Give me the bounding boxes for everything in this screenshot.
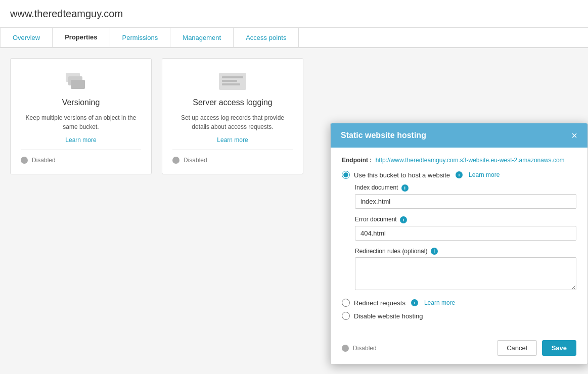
modal-footer: Disabled Cancel Save: [331, 334, 587, 364]
redirect-learn-more[interactable]: Learn more: [424, 299, 455, 306]
endpoint-url[interactable]: http://www.theredteamguy.com.s3-website.…: [376, 157, 565, 164]
tab-access-points[interactable]: Access points: [234, 28, 299, 47]
top-bar: www.theredteamguy.com: [0, 0, 588, 28]
logging-status-dot: [172, 157, 179, 164]
modal-status-label: Disabled: [353, 345, 377, 352]
radio-redirect-requests[interactable]: Redirect requests i Learn more: [342, 299, 576, 307]
redirection-rules-group: Redirection rules (optional) i: [342, 248, 576, 292]
error-document-group: Error document i: [342, 216, 576, 241]
svg-rect-5: [222, 80, 237, 82]
index-document-label: Index document i: [355, 184, 576, 192]
footer-buttons: Cancel Save: [497, 340, 576, 356]
cancel-button[interactable]: Cancel: [497, 340, 536, 356]
logging-description: Set up access log records that provide d…: [172, 113, 293, 131]
logging-icon: [212, 69, 253, 94]
index-document-input[interactable]: [355, 194, 576, 209]
index-document-group: Index document i: [342, 184, 576, 209]
versioning-icon: [61, 69, 101, 94]
save-button[interactable]: Save: [542, 340, 576, 356]
tab-properties[interactable]: Properties: [53, 28, 110, 47]
endpoint-row: Endpoint : http://www.theredteamguy.com.…: [342, 157, 576, 164]
radio-use-bucket-label: Use this bucket to host a website: [354, 171, 450, 179]
tab-management[interactable]: Management: [170, 28, 234, 47]
radio-use-bucket-input[interactable]: [342, 171, 350, 179]
redirect-info-icon[interactable]: i: [411, 299, 418, 306]
versioning-card: Versioning Keep multiple versions of an …: [10, 58, 152, 174]
static-website-hosting-modal: Static website hosting × Endpoint : http…: [330, 123, 588, 364]
error-document-label: Error document i: [355, 216, 576, 223]
redirection-rules-label: Redirection rules (optional) i: [355, 248, 576, 255]
radio-disable-label: Disable website hosting: [354, 312, 423, 320]
error-doc-info-icon[interactable]: i: [400, 216, 407, 223]
radio-redirect-label: Redirect requests: [354, 299, 405, 307]
redirection-rules-textarea[interactable]: [355, 257, 576, 290]
footer-status: Disabled: [342, 345, 377, 352]
versioning-title: Versioning: [62, 98, 100, 107]
endpoint-label: Endpoint :: [342, 157, 372, 164]
nav-tabs: Overview Properties Permissions Manageme…: [0, 28, 588, 48]
svg-rect-2: [71, 80, 85, 89]
radio-disable-input[interactable]: [342, 312, 350, 320]
versioning-status: Disabled: [21, 157, 56, 164]
modal-body: Endpoint : http://www.theredteamguy.com.…: [331, 148, 587, 334]
error-document-input[interactable]: [355, 226, 576, 241]
main-content: Versioning Keep multiple versions of an …: [0, 48, 588, 184]
versioning-description: Keep multiple versions of an object in t…: [21, 113, 141, 131]
redirect-rules-info-icon[interactable]: i: [431, 248, 438, 255]
logging-card: Server access logging Set up access log …: [162, 58, 303, 174]
tab-permissions[interactable]: Permissions: [110, 28, 171, 47]
versioning-status-label: Disabled: [32, 157, 56, 164]
logging-status-label: Disabled: [184, 157, 207, 164]
logging-status: Disabled: [172, 157, 207, 164]
radio-disable-hosting[interactable]: Disable website hosting: [342, 312, 576, 320]
use-bucket-learn-more[interactable]: Learn more: [469, 171, 500, 178]
svg-rect-4: [222, 76, 243, 78]
versioning-divider: [21, 150, 141, 150]
logging-title: Server access logging: [193, 98, 272, 107]
modal-close-button[interactable]: ×: [571, 130, 577, 141]
index-doc-info-icon[interactable]: i: [401, 184, 409, 192]
modal-title: Static website hosting: [341, 131, 426, 140]
versioning-status-dot: [21, 157, 28, 164]
modal-header: Static website hosting ×: [331, 123, 587, 148]
svg-rect-6: [222, 83, 240, 85]
radio-use-bucket[interactable]: Use this bucket to host a website i Lear…: [342, 171, 576, 179]
site-title: www.theredteamguy.com: [10, 8, 123, 20]
logging-learn-more[interactable]: Learn more: [217, 136, 248, 144]
versioning-learn-more[interactable]: Learn more: [65, 136, 96, 144]
use-bucket-info-icon[interactable]: i: [456, 171, 463, 178]
radio-redirect-input[interactable]: [342, 299, 350, 307]
modal-status-dot: [342, 345, 349, 352]
logging-divider: [172, 150, 293, 150]
tab-overview[interactable]: Overview: [0, 28, 53, 47]
